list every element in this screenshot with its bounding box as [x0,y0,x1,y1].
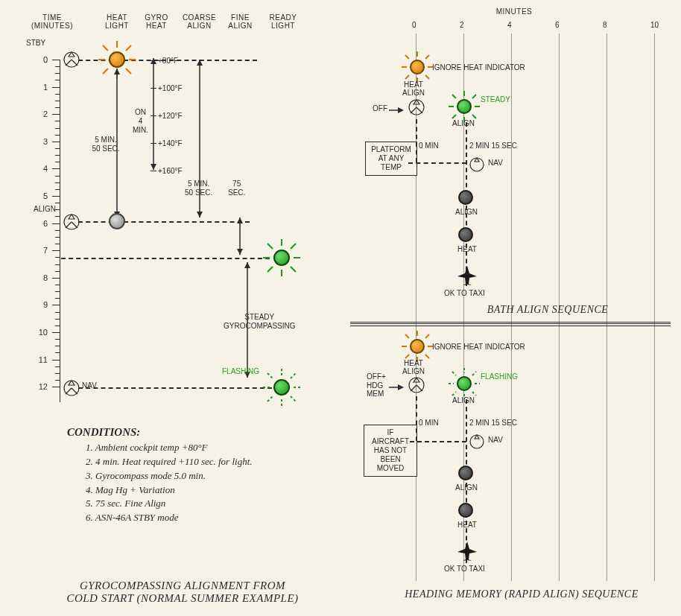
time-tick-label: 0 [30,55,48,64]
bath-align-light-icon [457,99,472,114]
time-subtick [55,230,60,231]
time-subtick [55,107,60,108]
time-tick [52,278,60,279]
svg-line-41 [267,373,273,378]
svg-line-60 [416,107,422,113]
time-tick [52,332,60,333]
condition-item: 2. 4 min. Heat required +110 sec. for li… [86,455,253,469]
time-tick [52,87,60,88]
hm-heat-light-icon [410,339,425,354]
hm-ignore-label: IGNORE HEAT INDICATOR [432,343,525,351]
bath-off-label: OFF [373,104,387,112]
time-subtick [55,155,60,156]
svg-marker-12 [114,69,120,74]
minute-tick-label: 6 [555,21,560,29]
time-subtick [55,298,60,299]
ready-light-on-icon [273,250,290,266]
bath-2min15-label: 2 MIN 15 SEC [469,142,517,150]
time-tick-label: 12 [30,382,48,391]
minute-gridline [654,34,655,581]
bath-nav-knob-icon [467,155,487,174]
hm-align-light-icon [457,376,472,391]
svg-line-67 [452,115,456,118]
aircraft-box: IF AIRCRAFT HAS NOT BEEN MOVED [364,425,417,477]
time-subtick [55,176,60,177]
svg-line-89 [452,392,456,396]
time-tick-label: 10 [30,328,48,337]
dash-ready1 [61,258,270,259]
hdr-heat-light: HEAT LIGHT [98,13,136,30]
time-subtick [55,346,60,346]
coarse-duration-label: 5 MIN. 50 SEC. [185,180,212,197]
svg-line-68 [472,95,476,98]
svg-marker-22 [237,249,243,255]
bath-nav-label: NAV [488,159,503,167]
conditions-heading: CONDITIONS: [67,426,140,439]
time-subtick [55,366,60,367]
coarse-arrow [192,60,207,225]
time-tick [52,168,60,169]
time-subtick [55,326,60,326]
gyro-temp-label: +140°F [158,139,183,147]
time-tick [52,250,60,251]
hdr-ready: READY LIGHT [265,13,302,30]
time-tick [52,223,60,224]
svg-marker-19 [197,212,203,217]
hm-hdash [410,441,466,442]
svg-line-66 [472,115,476,118]
time-subtick [55,148,60,149]
ready-light-flash-icon [273,379,290,396]
hm-heat-label: HEAT [457,521,477,529]
hm-knob-icon [406,375,427,396]
svg-point-91 [470,435,484,448]
svg-line-88 [472,392,476,396]
minute-tick-label: 2 [460,21,464,29]
time-subtick [55,128,60,129]
svg-line-33 [291,244,296,249]
time-tick-label: 4 [30,164,48,173]
svg-line-30 [267,244,273,249]
time-subtick [55,94,60,95]
svg-line-52 [405,55,409,59]
bath-vdash-1 [416,119,417,162]
svg-line-59 [411,107,416,113]
time-tick-label: 9 [30,300,48,309]
minute-tick-label: 4 [507,21,512,29]
bath-heat-label: HEAT [457,245,477,253]
svg-marker-79 [398,384,404,390]
hdr-gyro-heat: GYRO HEAT [138,13,175,30]
stby-label: STBY [26,39,45,47]
svg-line-8 [126,69,131,74]
bath-align-off-icon [458,190,473,205]
svg-line-55 [425,55,429,59]
time-tick-label: 8 [30,273,48,282]
bath-ignore-label: IGNORE HEAT INDICATOR [432,63,525,72]
svg-marker-15 [151,58,156,64]
time-subtick [55,135,60,136]
hm-align-label: ALIGN [452,396,475,404]
svg-marker-18 [197,60,203,66]
gyro-temp-label: +120°F [158,112,183,120]
condition-item: 3. Gyrocompass mode 5.0 min. [86,469,253,483]
svg-line-65 [452,95,456,98]
svg-line-43 [267,396,273,401]
aircraft-icon-2 [456,540,478,562]
heat-light-off-icon [109,213,125,229]
time-tick [52,142,60,142]
svg-point-69 [470,158,484,171]
time-tick [52,305,60,305]
hm-offhdg-label: OFF+ HDG MEM [367,372,386,399]
bath-align-label: ALIGN [452,119,475,127]
hm-flashing-label: FLASHING [481,372,518,381]
dash-align [78,221,250,223]
svg-line-31 [291,267,296,272]
time-subtick [55,380,60,381]
time-tick-label: 5 [30,191,48,200]
condition-item: 5. 75 sec. Fine Align [86,497,253,511]
svg-line-44 [291,373,296,378]
time-subtick [55,291,60,292]
hdr-time: TIME (MINUTES) [30,13,75,30]
time-tick-label: 7 [30,246,48,255]
time-subtick [55,271,60,272]
condition-item: 1. Ambient cockpit temp +80°F [86,441,253,455]
